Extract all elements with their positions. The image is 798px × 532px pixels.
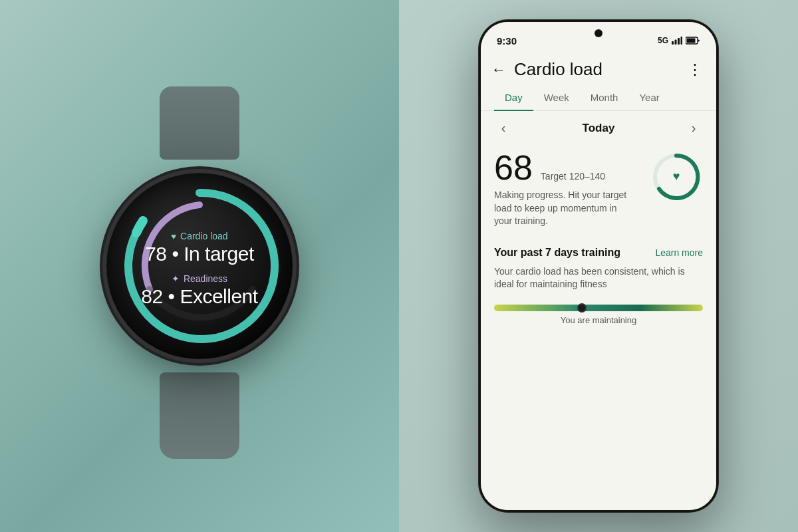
page-title: Cardio load <box>514 59 680 80</box>
watch-band-top <box>160 86 239 160</box>
section-description: Your cardio load has been consistent, wh… <box>481 263 716 302</box>
signal-bars-icon <box>672 37 682 45</box>
metric-target: Target 120–140 <box>541 171 605 182</box>
progress-bar-container: You are maintaining <box>481 302 716 331</box>
phone-inner: 9:30 5G <box>481 22 716 510</box>
metric-value: 68 <box>494 150 533 185</box>
date-navigation: ‹ Today › <box>481 111 716 145</box>
current-date: Today <box>583 122 615 135</box>
next-date-button[interactable]: › <box>684 120 703 136</box>
metric-gauge: ♥ <box>650 150 703 203</box>
watch-face: ♥ Cardio load 78 • In target ✦ Readiness… <box>113 180 286 352</box>
back-button[interactable]: ← <box>491 61 506 78</box>
watch-body: ♥ Cardio load 78 • In target ✦ Readiness… <box>106 173 293 359</box>
signal-text: 5G <box>658 36 668 45</box>
readiness-icon: ✦ <box>172 273 180 284</box>
tab-month[interactable]: Month <box>580 85 629 111</box>
status-time: 9:30 <box>497 35 517 47</box>
tabs-row: Day Week Month Year <box>481 85 716 111</box>
learn-more-button[interactable]: Learn more <box>655 247 703 258</box>
metric-left: 68 Target 120–140 Making progress. Hit y… <box>494 150 650 228</box>
metric-section: 68 Target 120–140 Making progress. Hit y… <box>481 145 716 239</box>
tab-year[interactable]: Year <box>628 85 670 111</box>
watch-container: ♥ Cardio load 78 • In target ✦ Readiness… <box>86 140 313 392</box>
svg-rect-5 <box>687 39 696 43</box>
svg-text:♥: ♥ <box>673 170 680 183</box>
battery-icon <box>686 37 700 45</box>
front-camera <box>595 29 602 37</box>
progress-label: You are maintaining <box>494 315 703 325</box>
svg-rect-2 <box>678 38 680 45</box>
watch-section: ♥ Cardio load 78 • In target ✦ Readiness… <box>0 0 399 532</box>
app-content: ← Cardio load ⋮ Day Week Month Year ‹ To… <box>481 51 716 510</box>
section-header: Your past 7 days training Learn more <box>481 239 716 263</box>
status-icons: 5G <box>658 36 700 45</box>
progress-track <box>494 305 703 311</box>
tab-week[interactable]: Week <box>533 85 580 111</box>
section-title: Your past 7 days training <box>494 247 620 259</box>
metric-description: Making progress. Hit your target load to… <box>494 189 627 228</box>
metric-value-row: 68 Target 120–140 <box>494 150 650 185</box>
tab-day[interactable]: Day <box>494 85 533 111</box>
svg-rect-1 <box>675 40 677 45</box>
watch-readiness-value: 82 • Excellent <box>141 285 257 308</box>
progress-indicator <box>577 303 587 313</box>
phone-outer: 9:30 5G <box>479 20 718 512</box>
watch-band-bottom <box>160 372 239 459</box>
svg-rect-0 <box>672 41 674 45</box>
watch-readiness-label: ✦ Readiness <box>141 273 257 284</box>
phone-section: 9:30 5G <box>399 0 798 532</box>
more-options-button[interactable]: ⋮ <box>688 61 703 78</box>
heart-icon: ♥ <box>171 231 176 241</box>
prev-date-button[interactable]: ‹ <box>494 120 513 136</box>
watch-cardio-value: 78 • In target <box>141 243 257 265</box>
status-bar: 9:30 5G <box>481 22 716 51</box>
app-header: ← Cardio load ⋮ <box>481 51 716 85</box>
gauge-circle: ♥ <box>650 150 703 203</box>
watch-text: ♥ Cardio load 78 • In target ✦ Readiness… <box>141 231 257 308</box>
svg-rect-3 <box>681 37 683 45</box>
watch-cardio-label: ♥ Cardio load <box>141 231 257 241</box>
